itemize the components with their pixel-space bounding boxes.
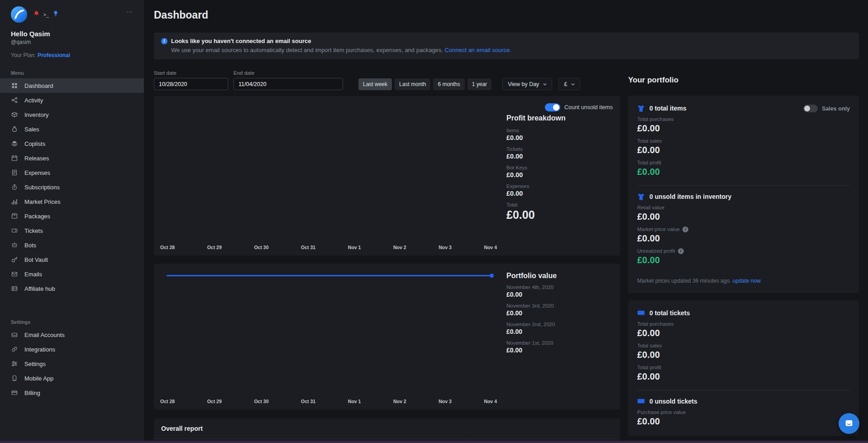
tshirt-icon: [637, 105, 645, 112]
range-6-months-button[interactable]: 6 months: [433, 78, 464, 90]
sidebar-item-billing[interactable]: Billing: [0, 385, 144, 400]
portfolio-value-title: Portfolio value: [506, 272, 557, 280]
email-accounts-icon: [11, 332, 18, 338]
menu-header: Menu: [0, 70, 144, 76]
releases-icon: [11, 155, 18, 162]
info-icon[interactable]: i: [682, 226, 688, 232]
chat-icon: [844, 419, 854, 429]
sales-only-toggle[interactable]: Sales only: [803, 105, 850, 112]
sidebar: ... >_ Hello Qasim @qasim Your Plan:Prof…: [0, 0, 144, 443]
user-handle: @qasim: [11, 39, 133, 45]
portfolio-value-chart-panel: Portfolio value November 4th, 2020£0.00 …: [154, 264, 620, 409]
profit-chart-x-axis: Oct 28Oct 29Oct 30Oct 31Nov 1Nov 2Nov 3N…: [160, 245, 497, 250]
end-date-label: End date: [234, 70, 343, 76]
sidebar-item-market-prices[interactable]: Market Prices: [0, 194, 144, 209]
overall-report-panel: Overall report Profit Sales Purchases: [154, 419, 620, 443]
app-logo[interactable]: [11, 6, 27, 23]
update-now-link[interactable]: update now: [733, 278, 761, 284]
bots-icon: [11, 242, 18, 249]
expenses-icon: [11, 169, 18, 176]
plan-value-link[interactable]: Professional: [38, 52, 70, 58]
sidebar-item-activity[interactable]: Activity: [0, 93, 144, 107]
sidebar-item-coplists[interactable]: Coplists: [0, 136, 144, 151]
start-date-input[interactable]: [154, 78, 228, 90]
range-1-year-button[interactable]: 1 year: [467, 78, 491, 90]
sidebar-item-expenses[interactable]: Expenses: [0, 165, 144, 180]
settings-header: Settings: [0, 319, 144, 325]
sidebar-item-settings[interactable]: Settings: [0, 356, 144, 371]
info-icon[interactable]: i: [678, 248, 684, 254]
mobile-app-phone-icon: [11, 375, 18, 382]
profit-breakdown: Profit breakdown Items£0.00 Tickets£0.00…: [506, 114, 613, 226]
range-last-month-button[interactable]: Last month: [395, 78, 430, 90]
sales-icon: [11, 126, 18, 133]
your-portfolio-title: Your portfolio: [628, 76, 859, 85]
chat-widget-button[interactable]: [839, 413, 859, 434]
integrations-link-icon: [11, 346, 18, 353]
range-buttons: Last week Last month 6 months 1 year: [358, 78, 491, 90]
sidebar-item-subscriptions[interactable]: Subscriptions: [0, 180, 144, 194]
settings-sliders-icon: [11, 361, 18, 367]
currency-dropdown[interactable]: £: [558, 78, 580, 90]
sidebar-item-packages[interactable]: Packages: [0, 209, 144, 223]
sidebar-item-emails[interactable]: Emails: [0, 267, 144, 281]
tshirt-icon: [637, 193, 645, 200]
toggle-off-switch[interactable]: [803, 105, 818, 112]
market-prices-updated-text: Market prices updated 36 minutes ago.: [637, 278, 731, 284]
profit-chart-panel: Count unsold items Profit breakdown Item…: [154, 96, 620, 255]
activity-icon: [11, 97, 18, 104]
main-content: Dashboard i Looks like you haven't conne…: [144, 0, 868, 443]
sidebar-more-button[interactable]: ...: [126, 6, 133, 14]
toggle-on-switch[interactable]: [545, 103, 560, 111]
sidebar-item-email-accounts[interactable]: Email Accounts: [0, 327, 144, 342]
total-tickets-card: 0 total tickets Total purchases£0.00 Tot…: [628, 300, 859, 436]
count-unsold-items-toggle[interactable]: Count unsold items: [545, 103, 613, 111]
email-source-banner: i Looks like you haven't connected an em…: [154, 33, 859, 59]
banner-title: Looks like you haven't connected an emai…: [171, 38, 311, 44]
coplists-icon: [11, 140, 18, 147]
terminal-icon[interactable]: >_: [43, 12, 49, 17]
dashboard-grid-icon: [11, 82, 18, 89]
subscriptions-icon: [11, 184, 18, 191]
sidebar-item-tickets[interactable]: Tickets: [0, 223, 144, 238]
sidebar-item-dashboard[interactable]: Dashboard: [0, 78, 144, 93]
sidebar-item-releases[interactable]: Releases: [0, 151, 144, 165]
sidebar-item-integrations[interactable]: Integrations: [0, 342, 144, 356]
ticket-icon: [637, 310, 645, 317]
bot-vault-key-icon: [11, 256, 18, 263]
lightbulb-icon[interactable]: [53, 10, 58, 19]
end-date-input[interactable]: [234, 78, 343, 90]
packages-icon: [11, 213, 18, 220]
portfolio-chart-x-axis: Oct 28Oct 29Oct 30Oct 31Nov 1Nov 2Nov 3N…: [160, 399, 497, 404]
view-by-dropdown[interactable]: View by Day: [502, 78, 552, 90]
overall-report-title: Overall report: [154, 419, 620, 439]
sidebar-item-sales[interactable]: Sales: [0, 122, 144, 136]
sidebar-item-bots[interactable]: Bots: [0, 238, 144, 252]
portfolio-value-summary: Portfolio value November 4th, 2020£0.00 …: [506, 272, 557, 359]
notifications-bell-icon[interactable]: [33, 10, 39, 19]
billing-card-icon: [11, 390, 18, 396]
market-prices-icon: [11, 198, 18, 205]
ticket-icon: [637, 398, 645, 405]
banner-body: We use your email sources to automatical…: [171, 47, 443, 53]
greeting: Hello Qasim: [11, 30, 133, 38]
tickets-icon: [11, 227, 18, 234]
profit-breakdown-title: Profit breakdown: [506, 114, 613, 122]
portfolio-value-line: [167, 275, 492, 276]
range-last-week-button[interactable]: Last week: [358, 78, 392, 90]
page-title: Dashboard: [154, 9, 859, 21]
emails-icon: [11, 271, 18, 278]
chevron-down-icon: [571, 82, 575, 86]
sidebar-item-mobile-app[interactable]: Mobile App: [0, 371, 144, 385]
bottom-edge-bar: [0, 441, 868, 443]
inventory-icon: [11, 111, 18, 118]
start-date-label: Start date: [154, 70, 228, 76]
sidebar-item-affiliate-hub[interactable]: Affiliate hub: [0, 281, 144, 296]
chevron-down-icon: [543, 82, 547, 86]
sidebar-item-inventory[interactable]: Inventory: [0, 107, 144, 122]
info-icon: i: [161, 38, 167, 44]
sidebar-item-bot-vault[interactable]: Bot Vault: [0, 252, 144, 267]
connect-email-source-link[interactable]: Connect an email source.: [445, 47, 511, 53]
filter-bar: Start date End date Last week Last month…: [154, 70, 620, 90]
plan-row: Your Plan:Professional: [0, 52, 144, 58]
